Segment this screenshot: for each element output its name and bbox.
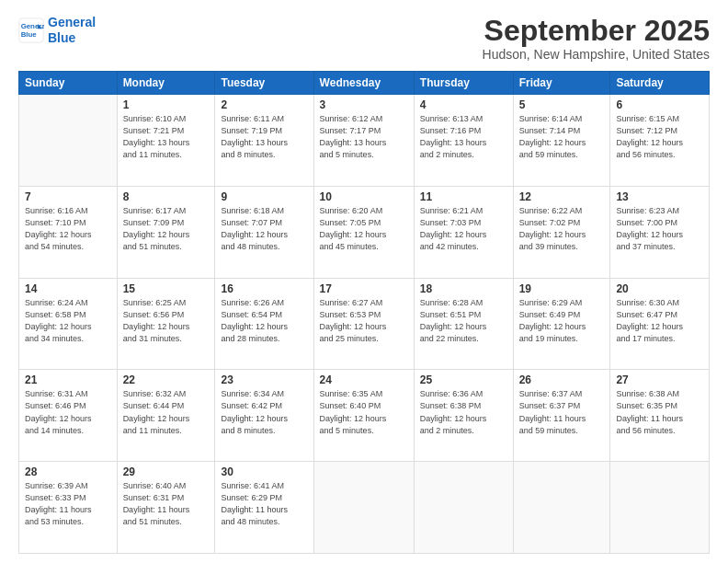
weekday-header-saturday: Saturday xyxy=(610,72,710,95)
day-number: 12 xyxy=(519,190,605,203)
calendar-cell xyxy=(313,462,414,554)
day-info: Sunrise: 6:11 AMSunset: 7:19 PMDaylight:… xyxy=(221,113,307,161)
calendar-cell: 6Sunrise: 6:15 AMSunset: 7:12 PMDaylight… xyxy=(610,95,710,187)
calendar-cell: 7Sunrise: 6:16 AMSunset: 7:10 PMDaylight… xyxy=(19,186,118,278)
day-info: Sunrise: 6:38 AMSunset: 6:35 PMDaylight:… xyxy=(616,388,703,436)
weekday-header-row: SundayMondayTuesdayWednesdayThursdayFrid… xyxy=(19,72,710,95)
calendar-cell: 12Sunrise: 6:22 AMSunset: 7:02 PMDayligh… xyxy=(513,186,610,278)
day-info: Sunrise: 6:29 AMSunset: 6:49 PMDaylight:… xyxy=(519,297,605,345)
day-info: Sunrise: 6:37 AMSunset: 6:37 PMDaylight:… xyxy=(519,388,605,436)
day-number: 11 xyxy=(420,190,507,203)
calendar-cell: 3Sunrise: 6:12 AMSunset: 7:17 PMDaylight… xyxy=(313,95,414,187)
day-number: 20 xyxy=(616,282,703,295)
day-number: 21 xyxy=(25,373,111,386)
calendar-cell xyxy=(19,95,118,187)
weekday-header-sunday: Sunday xyxy=(19,72,118,95)
calendar-cell: 4Sunrise: 6:13 AMSunset: 7:16 PMDaylight… xyxy=(414,95,513,187)
calendar-week-row: 21Sunrise: 6:31 AMSunset: 6:46 PMDayligh… xyxy=(19,370,710,462)
calendar-cell: 25Sunrise: 6:36 AMSunset: 6:38 PMDayligh… xyxy=(414,370,513,462)
day-info: Sunrise: 6:14 AMSunset: 7:14 PMDaylight:… xyxy=(519,113,605,161)
calendar-cell xyxy=(610,462,710,554)
calendar-cell: 13Sunrise: 6:23 AMSunset: 7:00 PMDayligh… xyxy=(610,186,710,278)
day-info: Sunrise: 6:22 AMSunset: 7:02 PMDaylight:… xyxy=(519,205,605,253)
calendar-cell: 15Sunrise: 6:25 AMSunset: 6:56 PMDayligh… xyxy=(117,278,215,370)
logo: General Blue General Blue xyxy=(18,15,96,46)
day-info: Sunrise: 6:28 AMSunset: 6:51 PMDaylight:… xyxy=(420,297,507,345)
day-info: Sunrise: 6:17 AMSunset: 7:09 PMDaylight:… xyxy=(123,205,210,253)
calendar-cell: 24Sunrise: 6:35 AMSunset: 6:40 PMDayligh… xyxy=(313,370,414,462)
day-info: Sunrise: 6:41 AMSunset: 6:29 PMDaylight:… xyxy=(221,480,307,528)
day-number: 18 xyxy=(420,282,507,295)
day-info: Sunrise: 6:16 AMSunset: 7:10 PMDaylight:… xyxy=(25,205,111,253)
day-number: 28 xyxy=(25,465,111,478)
day-info: Sunrise: 6:15 AMSunset: 7:12 PMDaylight:… xyxy=(616,113,703,161)
calendar-cell: 17Sunrise: 6:27 AMSunset: 6:53 PMDayligh… xyxy=(313,278,414,370)
day-number: 23 xyxy=(221,373,307,386)
day-info: Sunrise: 6:39 AMSunset: 6:33 PMDaylight:… xyxy=(25,480,111,528)
calendar-cell: 8Sunrise: 6:17 AMSunset: 7:09 PMDaylight… xyxy=(117,186,215,278)
calendar-cell: 11Sunrise: 6:21 AMSunset: 7:03 PMDayligh… xyxy=(414,186,513,278)
day-info: Sunrise: 6:36 AMSunset: 6:38 PMDaylight:… xyxy=(420,388,507,436)
day-number: 27 xyxy=(616,373,703,386)
calendar-table: SundayMondayTuesdayWednesdayThursdayFrid… xyxy=(18,71,710,554)
day-number: 3 xyxy=(320,98,408,111)
day-number: 4 xyxy=(420,98,507,111)
calendar-cell: 9Sunrise: 6:18 AMSunset: 7:07 PMDaylight… xyxy=(215,186,313,278)
day-number: 5 xyxy=(519,98,605,111)
day-info: Sunrise: 6:31 AMSunset: 6:46 PMDaylight:… xyxy=(25,388,111,436)
day-number: 13 xyxy=(616,190,703,203)
weekday-header-monday: Monday xyxy=(117,72,215,95)
day-number: 17 xyxy=(320,282,408,295)
day-info: Sunrise: 6:18 AMSunset: 7:07 PMDaylight:… xyxy=(221,205,307,253)
calendar-week-row: 1Sunrise: 6:10 AMSunset: 7:21 PMDaylight… xyxy=(19,95,710,187)
day-info: Sunrise: 6:40 AMSunset: 6:31 PMDaylight:… xyxy=(123,480,210,528)
day-number: 9 xyxy=(221,190,307,203)
calendar-cell: 29Sunrise: 6:40 AMSunset: 6:31 PMDayligh… xyxy=(117,462,215,554)
calendar-cell: 2Sunrise: 6:11 AMSunset: 7:19 PMDaylight… xyxy=(215,95,313,187)
calendar-cell: 21Sunrise: 6:31 AMSunset: 6:46 PMDayligh… xyxy=(19,370,118,462)
day-info: Sunrise: 6:12 AMSunset: 7:17 PMDaylight:… xyxy=(320,113,408,161)
month-title: September 2025 xyxy=(483,15,710,47)
day-info: Sunrise: 6:10 AMSunset: 7:21 PMDaylight:… xyxy=(123,113,210,161)
title-block: September 2025 Hudson, New Hampshire, Un… xyxy=(483,15,710,62)
calendar-cell: 23Sunrise: 6:34 AMSunset: 6:42 PMDayligh… xyxy=(215,370,313,462)
day-info: Sunrise: 6:32 AMSunset: 6:44 PMDaylight:… xyxy=(123,388,210,436)
calendar-cell: 16Sunrise: 6:26 AMSunset: 6:54 PMDayligh… xyxy=(215,278,313,370)
logo-label2: Blue xyxy=(48,30,75,45)
calendar-cell xyxy=(513,462,610,554)
calendar-week-row: 14Sunrise: 6:24 AMSunset: 6:58 PMDayligh… xyxy=(19,278,710,370)
day-info: Sunrise: 6:35 AMSunset: 6:40 PMDaylight:… xyxy=(320,388,408,436)
weekday-header-tuesday: Tuesday xyxy=(215,72,313,95)
day-number: 7 xyxy=(25,190,111,203)
calendar-week-row: 7Sunrise: 6:16 AMSunset: 7:10 PMDaylight… xyxy=(19,186,710,278)
day-number: 16 xyxy=(221,282,307,295)
calendar-cell: 1Sunrise: 6:10 AMSunset: 7:21 PMDaylight… xyxy=(117,95,215,187)
day-info: Sunrise: 6:21 AMSunset: 7:03 PMDaylight:… xyxy=(420,205,507,253)
day-number: 14 xyxy=(25,282,111,295)
calendar-cell: 5Sunrise: 6:14 AMSunset: 7:14 PMDaylight… xyxy=(513,95,610,187)
calendar-cell: 18Sunrise: 6:28 AMSunset: 6:51 PMDayligh… xyxy=(414,278,513,370)
day-info: Sunrise: 6:34 AMSunset: 6:42 PMDaylight:… xyxy=(221,388,307,436)
calendar-cell: 22Sunrise: 6:32 AMSunset: 6:44 PMDayligh… xyxy=(117,370,215,462)
day-number: 8 xyxy=(123,190,210,203)
day-number: 26 xyxy=(519,373,605,386)
calendar-cell: 20Sunrise: 6:30 AMSunset: 6:47 PMDayligh… xyxy=(610,278,710,370)
calendar-cell: 26Sunrise: 6:37 AMSunset: 6:37 PMDayligh… xyxy=(513,370,610,462)
calendar-cell xyxy=(414,462,513,554)
day-number: 19 xyxy=(519,282,605,295)
day-number: 29 xyxy=(123,465,210,478)
day-number: 30 xyxy=(221,465,307,478)
calendar-cell: 14Sunrise: 6:24 AMSunset: 6:58 PMDayligh… xyxy=(19,278,118,370)
day-number: 1 xyxy=(123,98,210,111)
calendar-cell: 30Sunrise: 6:41 AMSunset: 6:29 PMDayligh… xyxy=(215,462,313,554)
day-number: 25 xyxy=(420,373,507,386)
weekday-header-wednesday: Wednesday xyxy=(313,72,414,95)
day-info: Sunrise: 6:26 AMSunset: 6:54 PMDaylight:… xyxy=(221,297,307,345)
day-info: Sunrise: 6:13 AMSunset: 7:16 PMDaylight:… xyxy=(420,113,507,161)
day-info: Sunrise: 6:30 AMSunset: 6:47 PMDaylight:… xyxy=(616,297,703,345)
calendar-cell: 27Sunrise: 6:38 AMSunset: 6:35 PMDayligh… xyxy=(610,370,710,462)
svg-text:General: General xyxy=(21,22,44,30)
page: General Blue General Blue September 2025… xyxy=(0,0,728,563)
day-number: 2 xyxy=(221,98,307,111)
day-number: 6 xyxy=(616,98,703,111)
